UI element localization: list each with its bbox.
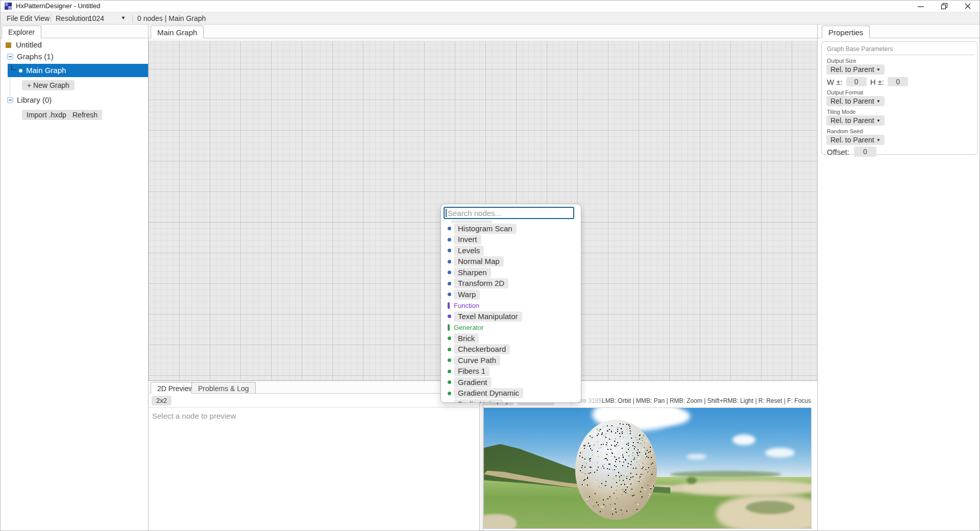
preview-empty-text: Select a node to preview — [152, 412, 236, 420]
node-list-item[interactable]: Checkerboard — [441, 344, 581, 355]
node-label: Texel Manipulator — [454, 311, 522, 322]
new-graph-button[interactable]: + New Graph — [22, 80, 75, 90]
node-bullet-icon — [448, 370, 451, 373]
node-label: Levels — [454, 246, 484, 256]
document-icon — [6, 42, 11, 48]
node-bullet-icon — [448, 380, 451, 384]
tree-group-graphs[interactable]: Graphs (1) — [1, 52, 148, 62]
output-size-select[interactable]: Rel. to Parent ▼ — [826, 64, 885, 75]
preview-sphere[interactable] — [575, 420, 657, 520]
tree-connector-icon — [11, 65, 16, 70]
node-list-item[interactable]: Histogram Scan — [441, 223, 581, 234]
node-bullet-icon — [448, 238, 451, 242]
output-format-select[interactable]: Rel. to Parent ▼ — [826, 96, 885, 106]
output-size-label: Output Size — [827, 58, 856, 64]
minimize-button[interactable] — [912, 1, 929, 12]
collapse-expander-icon[interactable] — [7, 97, 13, 103]
tab-explorer[interactable]: Explorer — [2, 26, 41, 38]
resolution-select[interactable]: 1024 — [88, 14, 104, 22]
node-list-item[interactable]: Levels — [441, 245, 581, 256]
chevron-down-icon: ▼ — [876, 67, 880, 72]
section-title: Graph Base Parameters — [827, 45, 893, 53]
chevron-down-icon[interactable]: ▼ — [121, 15, 126, 20]
node-label: Warp — [454, 289, 480, 300]
menu-separator — [51, 14, 51, 22]
width-delta-field[interactable]: 0 — [846, 77, 867, 86]
divider — [826, 55, 974, 55]
graph-bullet-icon — [19, 69, 22, 73]
node-label: Curve Path — [454, 355, 500, 366]
grid-2x2-button[interactable]: 2x2 — [152, 396, 172, 405]
node-label: Normal Map — [454, 256, 504, 267]
node-bullet-icon — [448, 249, 451, 252]
node-label: Gradient Dynamic — [454, 388, 523, 398]
node-list-item[interactable]: Gradient Dynamic — [441, 388, 581, 399]
random-seed-label: Random Seed — [827, 128, 863, 134]
node-list-item[interactable]: Texel Manipulator — [441, 311, 581, 322]
chevron-down-icon: ▼ — [876, 138, 880, 142]
offset-label: Offset: — [827, 148, 849, 156]
menu-view[interactable]: View — [34, 14, 50, 22]
menu-file[interactable]: File — [7, 14, 18, 22]
node-list-item[interactable]: Transform 2D — [441, 278, 581, 289]
node-label: Histogram Scan — [454, 224, 517, 234]
search-input[interactable] — [444, 207, 574, 219]
close-button[interactable] — [959, 1, 976, 12]
offset-field[interactable]: 0 — [854, 147, 876, 157]
menu-edit[interactable]: Edit — [20, 14, 32, 22]
node-label: Brick — [454, 333, 479, 344]
height-delta-field[interactable]: 0 — [888, 77, 908, 86]
preview-toolbar: 2x2 — [149, 394, 479, 407]
category-bar-icon — [448, 324, 450, 331]
output-format-label: Output Format — [827, 89, 863, 95]
bottom-panel: 2D Preview Problems & Log 2x2 Select a n… — [149, 380, 817, 531]
viewport-hints-text: LMB: Orbit | MMB: Pan | RMB: Zoom | Shif… — [602, 397, 811, 404]
node-list: Histogram ScanInvertLevelsNormal MapShar… — [441, 223, 581, 403]
node-label: Perlin Noise — [454, 399, 503, 403]
chevron-down-icon: ▼ — [876, 118, 880, 123]
collapse-expander-icon[interactable] — [7, 54, 13, 60]
node-list-item[interactable]: Perlin Noise — [441, 399, 581, 403]
node-label: Fibers 1 — [454, 366, 489, 376]
node-list-item[interactable]: Brick — [441, 333, 581, 344]
node-category: Function — [441, 300, 581, 311]
node-list-item[interactable]: Normal Map — [441, 256, 581, 268]
minimize-icon — [917, 3, 924, 10]
tree-group-library[interactable]: Library (0) — [1, 95, 148, 106]
viewport-3d[interactable] — [484, 408, 811, 528]
node-list-item[interactable]: Fibers 1 — [441, 366, 581, 377]
canvas-top-strip — [149, 38, 817, 41]
node-bullet-icon — [448, 260, 451, 263]
import-hxdp-button[interactable]: Import .hxdp — [22, 110, 71, 120]
graph-parameters-card: Graph Base Parameters Output Size Rel. t… — [821, 41, 978, 155]
tree-item-untitled[interactable]: Untitled — [1, 40, 148, 51]
menu-separator — [132, 14, 133, 22]
tree-item-main-graph-selected[interactable]: Main Graph — [8, 64, 148, 77]
tab-properties[interactable]: Properties — [822, 26, 870, 38]
refresh-button[interactable]: Refresh — [68, 110, 102, 120]
text-caret — [446, 209, 447, 217]
node-list-item[interactable]: Curve Path — [441, 355, 581, 366]
node-bullet-icon — [448, 293, 451, 296]
width-delta-label: W ±: — [827, 78, 843, 86]
node-bullet-icon — [448, 402, 451, 403]
graph-status-text: 0 nodes | Main Graph — [137, 14, 206, 22]
node-label: Checkerboard — [454, 344, 510, 354]
node-list-item[interactable]: Warp — [441, 289, 581, 300]
tab-problems-log[interactable]: Problems & Log — [191, 382, 256, 394]
menubar: File Edit View Resolution: 1024 ▼ 0 node… — [1, 12, 980, 25]
restore-button[interactable] — [936, 1, 953, 12]
preview-tabrow: 2D Preview Problems & Log — [149, 381, 479, 394]
close-icon — [964, 3, 971, 10]
node-label: Invert — [454, 234, 481, 245]
node-list-item[interactable]: Invert — [441, 234, 581, 246]
tiling-mode-select[interactable]: Rel. to Parent ▼ — [826, 115, 885, 126]
resolution-label: Resolution: — [56, 14, 91, 22]
tiling-mode-label: Tiling Mode — [827, 109, 855, 115]
node-list-item[interactable]: Gradient — [441, 377, 581, 388]
node-bullet-icon — [448, 227, 451, 230]
node-list-item[interactable]: Sharpen — [441, 267, 581, 278]
random-seed-select[interactable]: Rel. to Parent ▼ — [826, 135, 885, 145]
node-bullet-icon — [448, 271, 451, 274]
tab-main-graph[interactable]: Main Graph — [151, 26, 204, 38]
